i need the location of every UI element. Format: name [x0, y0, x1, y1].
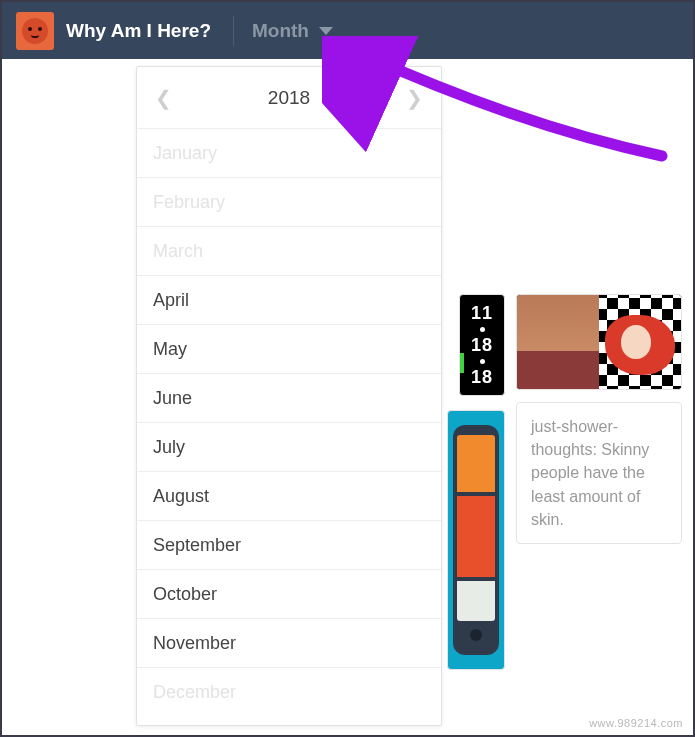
month-item-august[interactable]: August — [137, 472, 441, 521]
date-year: 18 — [471, 367, 493, 388]
month-item-september[interactable]: September — [137, 521, 441, 570]
month-item-january: January — [137, 129, 441, 178]
month-label: July — [153, 437, 185, 458]
app-header: Why Am I Here? Month — [2, 2, 693, 59]
cartoon-left-icon — [517, 295, 599, 389]
year-label: 2018 — [268, 87, 310, 109]
month-picker-panel: ❮ 2018 ❯ JanuaryFebruaryMarchAprilMayJun… — [136, 66, 442, 726]
dot-icon — [480, 327, 485, 332]
post-phone-card[interactable] — [447, 410, 505, 670]
dot-icon — [480, 359, 485, 364]
month-item-october[interactable]: October — [137, 570, 441, 619]
month-item-june[interactable]: June — [137, 374, 441, 423]
month-label: November — [153, 633, 236, 654]
month-label: December — [153, 682, 236, 703]
month-label: April — [153, 290, 189, 311]
month-label: October — [153, 584, 217, 605]
month-label: September — [153, 535, 241, 556]
post-date-card[interactable]: 11 18 18 — [459, 294, 505, 396]
month-item-november[interactable]: November — [137, 619, 441, 668]
post-image-card[interactable] — [516, 294, 682, 390]
month-item-july[interactable]: July — [137, 423, 441, 472]
month-item-february: February — [137, 178, 441, 227]
next-year-button[interactable]: ❯ — [406, 86, 423, 110]
blog-avatar[interactable] — [16, 12, 54, 50]
cartoon-right-icon — [599, 295, 681, 389]
month-item-december: December — [137, 668, 441, 717]
post-text-card[interactable]: just-shower-thoughts: Skinny people have… — [516, 402, 682, 544]
date-day: 11 — [471, 303, 493, 324]
month-item-may[interactable]: May — [137, 325, 441, 374]
year-row: ❮ 2018 ❯ — [137, 67, 441, 129]
month-dropdown-label: Month — [252, 20, 309, 42]
month-label: June — [153, 388, 192, 409]
phone-icon — [453, 425, 499, 655]
prev-year-button[interactable]: ❮ — [155, 86, 172, 110]
date-month: 18 — [471, 335, 493, 356]
month-item-march: March — [137, 227, 441, 276]
blog-title[interactable]: Why Am I Here? — [66, 20, 211, 42]
month-dropdown[interactable]: Month — [252, 20, 333, 42]
month-label: January — [153, 143, 217, 164]
header-divider — [233, 16, 234, 46]
month-label: March — [153, 241, 203, 262]
month-label: February — [153, 192, 225, 213]
chevron-down-icon — [319, 27, 333, 35]
month-label: August — [153, 486, 209, 507]
watermark: www.989214.com — [589, 717, 683, 729]
month-label: May — [153, 339, 187, 360]
month-item-april[interactable]: April — [137, 276, 441, 325]
post-text-content: just-shower-thoughts: Skinny people have… — [531, 418, 649, 528]
avatar-face-icon — [22, 18, 48, 44]
